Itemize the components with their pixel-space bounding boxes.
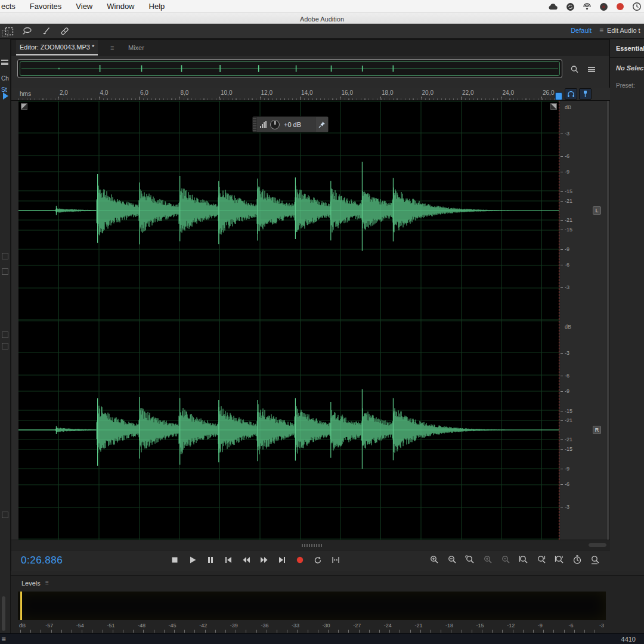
move-to-previous-button[interactable] — [221, 553, 236, 567]
hud-pin-icon[interactable] — [315, 117, 328, 132]
ruler-unit-label: hms — [20, 91, 31, 97]
edit-audio-to-label[interactable]: Edit Audio t — [607, 27, 644, 34]
db-tick — [561, 353, 563, 354]
display-options-icon[interactable] — [586, 64, 597, 75]
levels-scale-label: -36 — [261, 623, 268, 628]
ruler-tick-label: 14,0 — [301, 89, 312, 96]
workspace-selector[interactable]: Default — [571, 27, 592, 34]
tab-editor[interactable]: Editor: ZOOM0043.MP3 * — [16, 40, 98, 55]
playhead-handle[interactable] — [555, 92, 562, 100]
ruler-tick-label: 2,0 — [60, 89, 68, 96]
zoom-to-selection-button[interactable] — [463, 553, 476, 567]
pause-button[interactable] — [203, 553, 218, 567]
db-scale-label: -3 — [565, 504, 569, 510]
ruler-tick-label: 8,0 — [181, 89, 189, 96]
time-machine-icon[interactable] — [632, 2, 642, 11]
skip-selection-button[interactable] — [329, 553, 343, 567]
essential-sound-title: Essential — [616, 45, 644, 52]
menu-item-view[interactable]: View — [76, 2, 92, 11]
scroll-grip-handle[interactable] — [302, 544, 323, 547]
volume-knob[interactable] — [270, 120, 280, 129]
levels-tab-label[interactable]: Levels — [21, 580, 41, 587]
db-scale-label: -21 — [565, 198, 572, 204]
menu-item-window[interactable]: Window — [107, 2, 134, 11]
tab-mixer-label: Mixer — [128, 44, 144, 51]
left-scrollbar-thumb[interactable] — [2, 596, 5, 631]
zoom-selection-out-point-button[interactable] — [535, 553, 548, 567]
fast-forward-button[interactable] — [257, 553, 271, 567]
fade-out-handle[interactable] — [550, 103, 557, 110]
left-panel-strip: Ch St — [0, 39, 11, 635]
spot-healing-tool-icon[interactable] — [59, 26, 70, 36]
db-tick — [561, 391, 563, 392]
menu-item-help[interactable]: Help — [149, 2, 165, 11]
levels-scale-label: -48 — [138, 623, 145, 628]
timeline-ruler[interactable]: hms 2,04,06,08,010,012,014,016,018,020,0… — [11, 88, 610, 101]
cloud-icon[interactable] — [547, 3, 558, 10]
levels-tick-marks — [20, 630, 601, 633]
current-time-display[interactable]: 0:26.886 — [21, 555, 63, 566]
waveform-overview-bar[interactable] — [17, 59, 562, 78]
tab-mixer[interactable]: Mixer — [123, 40, 149, 55]
left-tool-fragment-icon — [2, 30, 8, 36]
panel-menu-icon[interactable]: ≡ — [110, 44, 114, 51]
channel-badge-r[interactable]: R — [593, 426, 601, 434]
menu-item-ects[interactable]: ects — [1, 2, 16, 11]
selection-start-marker[interactable] — [3, 92, 8, 100]
waveform-display[interactable] — [18, 101, 559, 540]
channels-label: Ch — [1, 75, 9, 82]
zoom-out-time-button[interactable] — [445, 553, 459, 567]
db-tick — [561, 230, 563, 230]
play-button[interactable] — [185, 553, 200, 567]
volume-hud[interactable]: +0 dB — [252, 116, 329, 132]
pin-marker-icon[interactable] — [579, 88, 592, 100]
db-scale-label: -15 — [565, 227, 572, 233]
zoom-navigate-icon[interactable] — [569, 64, 580, 75]
record-button[interactable] — [293, 553, 307, 567]
zoom-time-selection-button[interactable] — [571, 553, 584, 567]
fade-in-handle[interactable] — [21, 103, 27, 110]
waveform-vertical-scrollbar[interactable] — [607, 101, 609, 540]
paintbrush-tool-icon[interactable] — [41, 26, 51, 36]
db-scale-label: -3 — [565, 350, 569, 356]
db-tick — [561, 172, 563, 172]
record-status-icon[interactable] — [616, 2, 624, 11]
menu-item-favorites[interactable]: Favorites — [30, 2, 61, 11]
level-meter-indicator — [20, 592, 22, 620]
amplitude-ruler[interactable]: dB-3-6-9-15-21-21-15-9-6-3L dB-3-6-9-15-… — [561, 101, 606, 540]
levels-scale-label: -15 — [476, 623, 484, 628]
window-title-bar[interactable]: Adobe Audition — [0, 13, 644, 24]
rewind-button[interactable] — [239, 553, 253, 567]
zoom-out-amplitude-button[interactable] — [499, 553, 512, 567]
loop-playback-button[interactable] — [311, 553, 325, 567]
creative-cloud-icon[interactable] — [599, 2, 608, 11]
waveform-right-channel — [18, 320, 559, 540]
status-list-icon[interactable]: ≣ — [1, 636, 6, 642]
monitor-toggle-icon[interactable] — [565, 88, 577, 100]
lasso-selection-tool-icon[interactable] — [22, 26, 33, 36]
db-scale-label: -3 — [565, 131, 569, 137]
levels-scale-label: -9 — [538, 623, 543, 628]
sync-icon[interactable] — [566, 2, 575, 11]
scrollbar-thumb[interactable] — [589, 543, 606, 547]
zoom-selection-full-button[interactable] — [553, 553, 566, 567]
hud-grip-handle[interactable] — [253, 117, 257, 132]
zoom-in-time-button[interactable] — [428, 553, 441, 567]
levels-panel-menu-icon[interactable]: ≡ — [45, 580, 49, 586]
stop-button[interactable] — [168, 553, 182, 567]
workspace-menu-icon[interactable]: ≡ — [599, 26, 603, 35]
ruler-tick-label: 6,0 — [140, 89, 148, 96]
reset-zoom-button[interactable] — [589, 553, 602, 567]
zoom-in-amplitude-button[interactable] — [481, 553, 494, 567]
airplay-icon[interactable] — [583, 3, 592, 11]
db-tick — [561, 287, 563, 288]
horizontal-scroll-strip[interactable] — [11, 540, 610, 550]
levels-scale-label: -21 — [414, 623, 422, 628]
sample-rate-label: 4410 — [621, 636, 636, 643]
zoom-selection-in-point-button[interactable] — [517, 553, 530, 567]
level-meter[interactable] — [18, 592, 606, 620]
volume-meter-icon — [260, 121, 267, 128]
move-to-next-button[interactable] — [275, 553, 289, 567]
channel-badge-l[interactable]: L — [593, 206, 601, 215]
editor-panel: Editor: ZOOM0043.MP3 * ≡ Mixer hms 2,04,… — [11, 39, 609, 571]
